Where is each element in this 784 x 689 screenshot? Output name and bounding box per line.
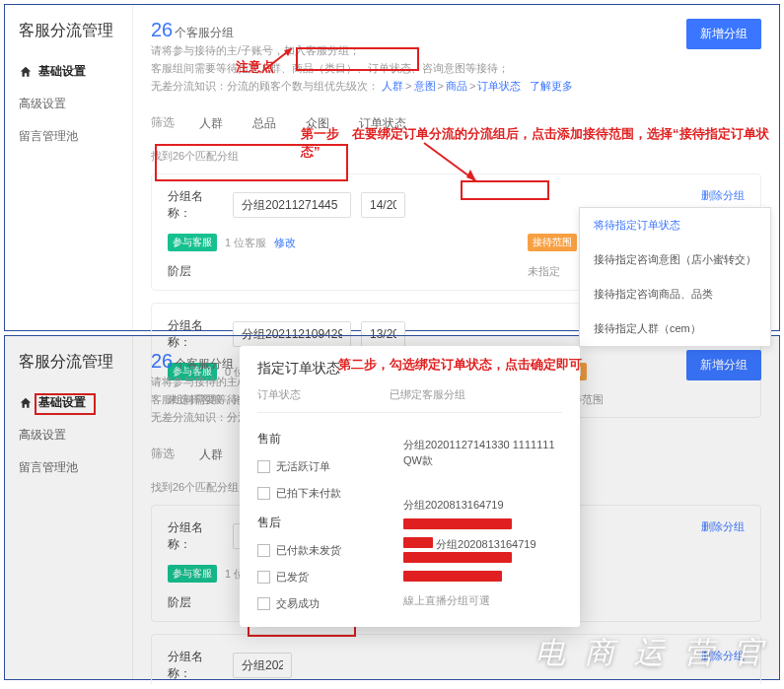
screenshot-panel-1: 客服分流管理 基础设置 高级设置 留言管理池 26个客服分组 请将参与接待的主/…	[4, 4, 780, 331]
add-scope-dropdown: 将待指定订单状态 接待指定咨询意图（店小蜜转交） 接待指定咨询商品、品类 接待指…	[579, 207, 771, 347]
dd-item-crowd[interactable]: 接待指定人群（cem）	[580, 311, 770, 346]
checkbox-shipped[interactable]: 已发货	[257, 564, 386, 590]
bound-group-1: 分组20201127141330 1111111 QW款	[403, 437, 562, 468]
sidebar-item-label: 留言管理池	[19, 459, 78, 476]
desc-line-3: 无差分流知识：分流的顾客个数与组优先级次： 人群>意图>商品>订单状态 了解更多	[151, 77, 573, 95]
modal-left-column: 售前 无活跃订单 已拍下未付款 售后 已付款未发货 已发货 交易成功	[257, 423, 386, 617]
learn-more-link[interactable]: 了解更多	[530, 80, 573, 92]
new-group-button[interactable]: 新增分组	[686, 19, 761, 49]
order-status-modal: 指定订单状态 订单状态 已绑定客服分组 售前 无活跃订单 已拍下未付款 售后 已…	[240, 346, 580, 627]
filter-opt-crowd[interactable]: 人群	[184, 440, 238, 470]
filter-opt-crowd[interactable]: 人群	[184, 108, 238, 139]
checkbox-icon	[257, 460, 270, 473]
bound-group-2: 分组2020813164719	[403, 498, 562, 513]
sidebar-item-label: 基础设置	[38, 394, 86, 411]
page-title: 客服分流管理	[5, 346, 132, 386]
annotation-step2: 第二步，勾选绑定订单状态，点击确定即可	[338, 356, 582, 374]
staff-tag: 参与客服	[168, 565, 217, 583]
home-icon	[19, 65, 33, 79]
annotation-step1: 第一步 在要绑定订单分流的分流组后，点击添加接待范围，选择“接待指定订单状态”	[301, 125, 779, 161]
home-icon	[19, 396, 33, 410]
staff-count: 1 位客服	[225, 236, 266, 250]
dd-item-product[interactable]: 接待指定咨询商品、品类	[580, 277, 770, 311]
checkbox-no-active-order[interactable]: 无活跃订单	[257, 453, 386, 480]
group-count: 26	[151, 19, 173, 40]
new-group-button[interactable]: 新增分组	[686, 350, 761, 380]
group-name-input[interactable]	[233, 192, 351, 218]
desc-line-2: 客服组间需要等待指定人群、商品（类目）、订单状态、咨询意图等接待；	[151, 59, 573, 77]
sidebar-item-label: 高级设置	[19, 96, 66, 112]
checkbox-icon	[257, 571, 270, 584]
delete-group-link[interactable]: 删除分组	[701, 649, 745, 663]
sidebar-item-advanced[interactable]: 高级设置	[5, 88, 132, 120]
sidebar-item-message-pool[interactable]: 留言管理池	[5, 120, 132, 153]
sidebar-item-label: 高级设置	[19, 427, 66, 444]
group-name-input[interactable]	[233, 653, 292, 678]
screenshot-panel-2: 客服分流管理 基础设置 高级设置 留言管理池 26个客服分组 请将参与接待的主/…	[4, 335, 780, 680]
staff-tag: 参与客服	[168, 234, 217, 251]
group-card-2: 分组名称： 删除分组 参与客服 0 位客服 修改 未选择客服，消费者不	[151, 634, 761, 684]
redacted-text	[403, 518, 512, 529]
dd-item-order-status[interactable]: 将待指定订单状态	[580, 208, 770, 242]
tier-label: 阶层	[168, 263, 223, 280]
checkbox-icon	[257, 544, 270, 557]
delete-group-link[interactable]: 删除分组	[701, 188, 745, 203]
group-capacity-input[interactable]	[361, 192, 405, 218]
scope-tag: 接待范围	[528, 234, 577, 251]
modal-footer-hint: 線上直播分组可選	[403, 593, 562, 608]
modal-col-status: 订单状态	[257, 387, 301, 402]
sidebar-item-advanced[interactable]: 高级设置	[5, 419, 132, 451]
annotation-attention: 注意点	[236, 58, 274, 76]
sidebar: 客服分流管理 基础设置 高级设置 留言管理池	[5, 5, 133, 330]
checkbox-ordered-unpaid[interactable]: 已拍下未付款	[257, 480, 386, 507]
checkbox-complete[interactable]: 交易成功	[257, 590, 386, 617]
postsale-header: 售后	[257, 515, 386, 531]
page-title: 客服分流管理	[5, 15, 132, 55]
group-count-suffix: 个客服分组	[175, 26, 234, 39]
bound-group-3: 分组2020813164719	[436, 538, 536, 550]
sidebar-item-label: 留言管理池	[19, 128, 78, 145]
sidebar-item-label: 基础设置	[38, 63, 86, 80]
modal-right-column: 分组20201127141330 1111111 QW款 分组202081316…	[403, 423, 562, 617]
filter-label: 筛选	[151, 108, 184, 139]
sidebar-item-basic[interactable]: 基础设置	[5, 386, 132, 419]
main-content: 26个客服分组 请将参与接待的主/子账号，加入客服分组； 客服组间需要等待指定人…	[133, 5, 779, 330]
redacted-text	[403, 552, 512, 563]
modify-link[interactable]: 修改	[274, 236, 296, 250]
sidebar: 客服分流管理 基础设置 高级设置 留言管理池	[5, 336, 133, 679]
filter-opt-product[interactable]: 总品	[238, 108, 291, 139]
sidebar-item-message-pool[interactable]: 留言管理池	[5, 451, 132, 484]
checkbox-icon	[257, 487, 270, 500]
delete-group-link[interactable]: 删除分组	[701, 519, 745, 534]
presale-header: 售前	[257, 431, 386, 448]
dd-item-intent[interactable]: 接待指定咨询意图（店小蜜转交）	[580, 242, 770, 277]
checkbox-paid-unshipped[interactable]: 已付款未发货	[257, 537, 386, 564]
sidebar-item-basic[interactable]: 基础设置	[5, 55, 132, 88]
modal-col-bound: 已绑定客服分组	[390, 387, 465, 402]
group-count: 26	[151, 350, 173, 372]
redacted-text	[403, 571, 502, 582]
group-name-label: 分组名称：	[168, 188, 223, 222]
redacted-text	[403, 537, 433, 548]
desc-line-1: 请将参与接待的主/子账号，加入客服分组；	[151, 41, 573, 59]
priority-crumb[interactable]: 人群>意图>商品>订单状态 了解更多	[382, 80, 573, 92]
checkbox-icon	[257, 597, 270, 610]
